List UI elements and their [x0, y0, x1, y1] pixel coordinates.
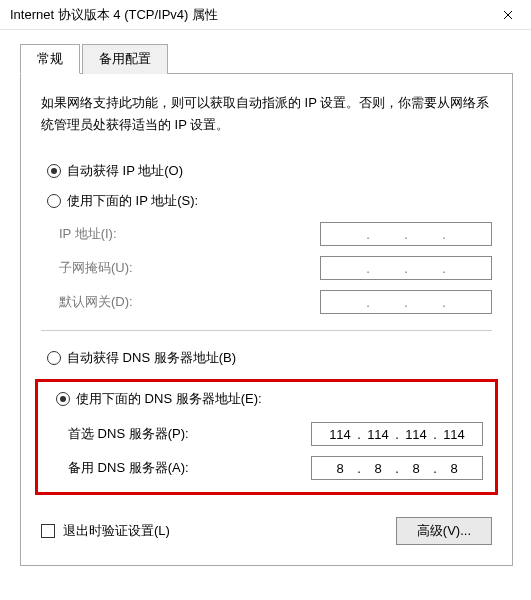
- ip-auto-label: 自动获得 IP 地址(O): [67, 162, 183, 180]
- validate-checkbox-row[interactable]: 退出时验证设置(L): [41, 522, 170, 540]
- subnet-mask-label: 子网掩码(U):: [59, 259, 133, 277]
- subnet-mask-input: ...: [320, 256, 492, 280]
- ip-fields-group: IP 地址(I): ... 子网掩码(U): ... 默认网关(D): ...: [59, 222, 492, 314]
- validate-label: 退出时验证设置(L): [63, 522, 170, 540]
- dns-primary-row: 首选 DNS 服务器(P): 114. 114. 114. 114: [68, 422, 483, 446]
- dns-alternate-input[interactable]: 8. 8. 8. 8: [311, 456, 483, 480]
- tab-strip: 常规 备用配置: [20, 44, 513, 74]
- advanced-button[interactable]: 高级(V)...: [396, 517, 492, 545]
- dns-manual-radio-row[interactable]: 使用下面的 DNS 服务器地址(E):: [50, 390, 483, 408]
- description-text: 如果网络支持此功能，则可以获取自动指派的 IP 设置。否则，你需要从网络系统管理…: [41, 92, 492, 136]
- radio-icon: [47, 351, 61, 365]
- bottom-row: 退出时验证设置(L) 高级(V)...: [41, 517, 492, 545]
- separator: [41, 330, 492, 331]
- subnet-mask-row: 子网掩码(U): ...: [59, 256, 492, 280]
- dns-primary-input[interactable]: 114. 114. 114. 114: [311, 422, 483, 446]
- tab-alternate[interactable]: 备用配置: [82, 44, 168, 74]
- radio-icon: [56, 392, 70, 406]
- dialog-content: 常规 备用配置 如果网络支持此功能，则可以获取自动指派的 IP 设置。否则，你需…: [0, 30, 531, 576]
- ip-manual-radio-row[interactable]: 使用下面的 IP 地址(S):: [41, 192, 492, 210]
- close-icon: [503, 10, 513, 20]
- checkbox-icon: [41, 524, 55, 538]
- dns-manual-label: 使用下面的 DNS 服务器地址(E):: [76, 390, 262, 408]
- dns-primary-label: 首选 DNS 服务器(P):: [68, 425, 189, 443]
- gateway-row: 默认网关(D): ...: [59, 290, 492, 314]
- radio-icon: [47, 194, 61, 208]
- titlebar: Internet 协议版本 4 (TCP/IPv4) 属性: [0, 0, 531, 30]
- radio-icon: [47, 164, 61, 178]
- dns-auto-radio-row[interactable]: 自动获得 DNS 服务器地址(B): [41, 349, 492, 367]
- general-panel: 如果网络支持此功能，则可以获取自动指派的 IP 设置。否则，你需要从网络系统管理…: [20, 74, 513, 566]
- dns-highlight-box: 使用下面的 DNS 服务器地址(E): 首选 DNS 服务器(P): 114. …: [35, 379, 498, 495]
- dns-auto-label: 自动获得 DNS 服务器地址(B): [67, 349, 236, 367]
- gateway-label: 默认网关(D):: [59, 293, 133, 311]
- ip-manual-label: 使用下面的 IP 地址(S):: [67, 192, 198, 210]
- ip-auto-radio-row[interactable]: 自动获得 IP 地址(O): [41, 162, 492, 180]
- ip-address-input: ...: [320, 222, 492, 246]
- close-button[interactable]: [485, 0, 531, 30]
- ip-address-label: IP 地址(I):: [59, 225, 117, 243]
- ip-address-row: IP 地址(I): ...: [59, 222, 492, 246]
- dns-alternate-row: 备用 DNS 服务器(A): 8. 8. 8. 8: [68, 456, 483, 480]
- tab-general[interactable]: 常规: [20, 44, 80, 74]
- dns-alternate-label: 备用 DNS 服务器(A):: [68, 459, 189, 477]
- window-title: Internet 协议版本 4 (TCP/IPv4) 属性: [10, 6, 218, 24]
- gateway-input: ...: [320, 290, 492, 314]
